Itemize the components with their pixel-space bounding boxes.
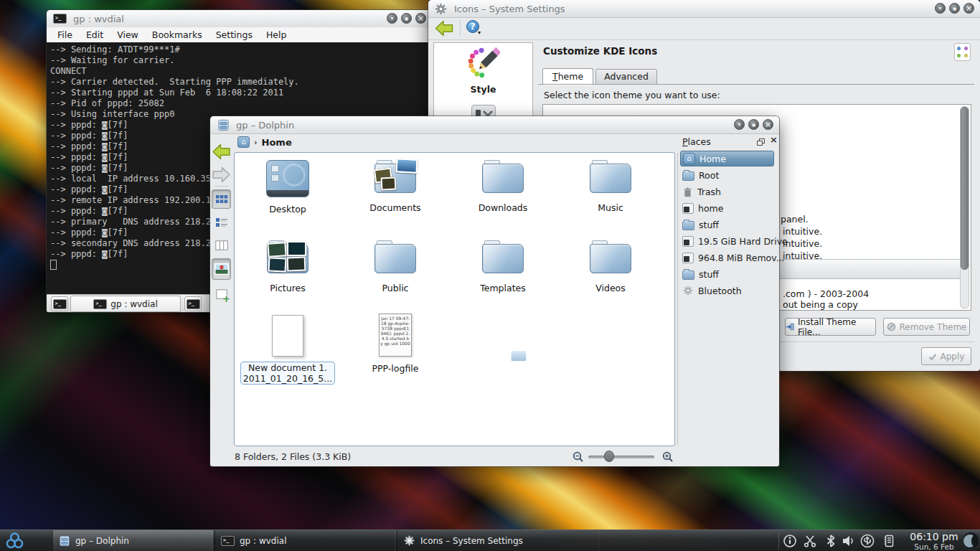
panel-resize-handle[interactable] — [677, 154, 678, 445]
help-caret-icon[interactable]: ▾ — [478, 29, 481, 36]
folder-view[interactable]: Desktop Documents Downloads Music — [234, 152, 675, 446]
menu-view[interactable]: View — [117, 29, 138, 40]
app-launcher-button[interactable] — [5, 531, 24, 550]
menu-bookmarks[interactable]: Bookmarks — [152, 29, 202, 40]
back-button[interactable] — [434, 19, 454, 37]
volume-icon[interactable] — [842, 534, 856, 548]
usb-device-notifier-icon[interactable] — [860, 534, 875, 548]
photo-thumbnail — [267, 242, 286, 258]
item-pictures[interactable]: Pictures — [234, 240, 341, 293]
zoom-slider-handle[interactable] — [604, 451, 614, 462]
folder-icon — [482, 240, 524, 273]
details-view-button[interactable] — [212, 212, 231, 232]
item-ppp-logfile[interactable]: Jan 17 09:47:18 gp-Aspire-5738 pppd[1946… — [341, 314, 449, 374]
tab-advanced[interactable]: Advanced — [595, 69, 657, 85]
icon-sizes-widget[interactable] — [954, 43, 971, 61]
notepad-tray-icon[interactable] — [882, 534, 896, 548]
item-desktop[interactable]: Desktop — [234, 160, 341, 215]
places-panel-header: Places — [682, 136, 711, 147]
item-music[interactable]: Music — [557, 160, 664, 213]
apply-label: Apply — [941, 352, 965, 362]
maximize-button[interactable]: ● — [748, 119, 759, 130]
detach-panel-icon[interactable] — [757, 138, 765, 146]
settings-titlebar[interactable]: Icons – System Settings ▾ ● × — [428, 0, 980, 18]
task-konsole[interactable]: >_ gp : wvdial — [215, 530, 395, 551]
sidebar-item-style[interactable]: Style — [434, 43, 532, 95]
split-view-button[interactable]: + — [212, 284, 231, 303]
zoom-slider-track[interactable] — [588, 456, 654, 458]
minimize-button[interactable]: ▾ — [935, 3, 946, 14]
place-root[interactable]: Root — [680, 167, 774, 183]
scrollbar-thumb[interactable] — [961, 107, 969, 270]
columns-view-button[interactable] — [212, 235, 231, 255]
menu-edit[interactable]: Edit — [86, 29, 103, 40]
icons-view-button[interactable] — [212, 189, 231, 209]
place-trash[interactable]: Trash — [680, 184, 774, 199]
info-tray-icon[interactable] — [783, 534, 797, 548]
clock-time: 06:10 pm — [908, 531, 960, 542]
close-button[interactable]: × — [415, 13, 426, 24]
tray-separator — [778, 532, 779, 550]
place-removable[interactable]: 964.8 MiB Remov... — [680, 250, 774, 265]
item-documents[interactable]: Documents — [341, 160, 449, 213]
clock-widget[interactable]: 06:10 pm Sun, 6 Feb — [908, 531, 960, 551]
close-button[interactable]: × — [763, 119, 773, 130]
terminal-icon: >_ — [221, 536, 235, 546]
tab-theme[interactable]: Theme — [542, 68, 593, 85]
breadcrumb-home[interactable]: Home — [262, 137, 292, 148]
theme-row-fragment: intuitive. — [783, 226, 822, 237]
blank-document-icon — [272, 315, 303, 357]
place-label: Home — [699, 154, 726, 164]
terminal-tab[interactable]: >_ gp : wvdial — [70, 296, 181, 312]
menu-help[interactable]: Help — [266, 29, 287, 40]
drive-icon — [682, 236, 694, 247]
plus-icon: + — [222, 295, 230, 303]
klipper-scissors-icon[interactable] — [803, 534, 817, 548]
new-tab-button[interactable]: >_ — [51, 296, 68, 311]
task-system-settings[interactable]: Icons – System Settings — [397, 530, 599, 551]
maximize-button[interactable]: ● — [949, 3, 960, 14]
place-label: home — [698, 203, 723, 214]
item-new-document[interactable]: New document 1. 2011_01_20_16_5... — [234, 315, 341, 385]
plasma-cashew-icon[interactable] — [961, 532, 980, 550]
dolphin-titlebar[interactable]: gp – Dolphin ▾ ● × — [210, 116, 779, 134]
close-button[interactable]: × — [963, 3, 974, 14]
install-theme-button[interactable]: Install Theme File... — [785, 318, 876, 336]
style-pencil-icon — [467, 47, 500, 80]
zoom-out-button[interactable] — [573, 451, 583, 462]
item-label: Pictures — [234, 283, 341, 293]
bluetooth-icon[interactable] — [824, 534, 838, 548]
maximize-button[interactable]: ● — [401, 13, 412, 24]
item-public[interactable]: Public — [341, 240, 449, 293]
tab-list-button[interactable]: >_ — [184, 296, 202, 311]
place-home-partition[interactable]: home — [680, 200, 774, 216]
close-panel-icon[interactable]: × — [770, 134, 778, 145]
minimize-button[interactable]: ▾ — [734, 119, 745, 130]
place-home[interactable]: ⌂ Home — [680, 151, 774, 166]
dot-icon — [957, 54, 961, 57]
preview-button[interactable] — [212, 258, 231, 280]
zoom-in-button[interactable] — [662, 451, 673, 462]
item-templates[interactable]: Templates — [449, 240, 557, 293]
scrollbar[interactable] — [960, 106, 969, 309]
back-button[interactable] — [212, 142, 231, 161]
item-videos[interactable]: Videos — [557, 240, 664, 293]
menu-file[interactable]: File — [57, 29, 72, 40]
place-hard-drive[interactable]: 19.5 GiB Hard Drive — [680, 233, 774, 249]
item-downloads[interactable]: Downloads — [449, 160, 557, 213]
swirl-decoration — [283, 164, 306, 187]
place-bluetooth[interactable]: Bluetooth — [680, 283, 774, 298]
icons-view-icon — [215, 194, 228, 204]
item-label: Desktop — [234, 204, 341, 215]
menu-settings[interactable]: Settings — [216, 29, 253, 40]
minimize-button[interactable]: ▾ — [387, 13, 397, 24]
bluetooth-gear-icon — [682, 285, 694, 296]
mini-window-decoration — [271, 174, 279, 182]
place-stuff[interactable]: stuff — [680, 217, 774, 232]
breadcrumb[interactable]: ⌂ › Home — [237, 136, 292, 148]
task-dolphin[interactable]: gp – Dolphin — [52, 530, 213, 551]
place-stuff2[interactable]: stuff — [680, 266, 774, 282]
theme-row-fragment: intuitive. — [783, 238, 822, 249]
konsole-titlebar[interactable]: >_ gp : wvdial ▾ ● × — [47, 10, 432, 28]
forward-button[interactable] — [212, 165, 231, 184]
